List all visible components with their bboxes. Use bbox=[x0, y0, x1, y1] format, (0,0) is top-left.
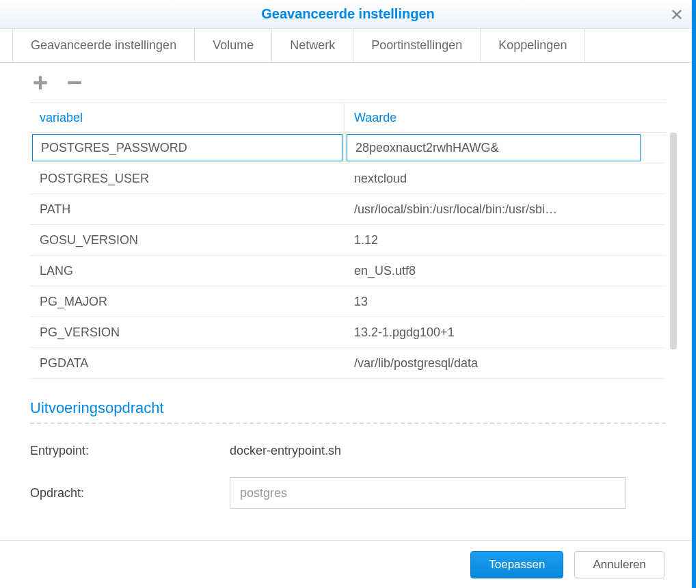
table-row[interactable]: GOSU_VERSION 1.12 bbox=[30, 225, 666, 256]
tab-volume[interactable]: Volume bbox=[195, 29, 272, 62]
entrypoint-row: Entrypoint: docker-entrypoint.sh bbox=[30, 436, 666, 465]
entrypoint-label: Entrypoint: bbox=[30, 444, 230, 458]
tab-advanced-settings[interactable]: Geavanceerde instellingen bbox=[12, 29, 195, 62]
cell-variable: GOSU_VERSION bbox=[30, 233, 345, 248]
table-row[interactable]: PG_VERSION 13.2-1.pgdg100+1 bbox=[30, 317, 666, 348]
tab-label: Geavanceerde instellingen bbox=[31, 38, 176, 53]
tab-bar: Geavanceerde instellingen Volume Netwerk… bbox=[0, 29, 696, 63]
command-row: Opdracht: bbox=[30, 477, 666, 509]
table-row[interactable]: PATH /usr/local/sbin:/usr/local/bin:/usr… bbox=[30, 194, 666, 225]
dialog-title: Geavanceerde instellingen bbox=[261, 6, 434, 22]
tab-label: Netwerk bbox=[290, 38, 335, 53]
env-table: variabel Waarde POSTGRES_PASSWORD 28peox… bbox=[30, 103, 666, 379]
button-label: Annuleren bbox=[593, 558, 646, 572]
tab-links[interactable]: Koppelingen bbox=[481, 29, 585, 62]
tab-label: Volume bbox=[213, 38, 254, 53]
table-header: variabel Waarde bbox=[30, 103, 666, 133]
scrollbar[interactable] bbox=[670, 133, 677, 379]
tab-label: Koppelingen bbox=[498, 38, 567, 53]
cell-variable: PGDATA bbox=[30, 356, 345, 371]
close-icon[interactable]: ✕ bbox=[670, 5, 684, 25]
minus-icon bbox=[66, 74, 83, 92]
cell-variable: LANG bbox=[30, 264, 345, 278]
dialog-footer: Toepassen Annuleren bbox=[0, 540, 692, 588]
section-execution-command: Uitvoeringsopdracht bbox=[30, 399, 666, 417]
cell-value: 13 bbox=[345, 295, 666, 309]
cell-variable: PATH bbox=[30, 202, 345, 217]
cell-value: en_US.utf8 bbox=[345, 264, 666, 278]
cell-variable: PG_VERSION bbox=[30, 325, 345, 340]
remove-button[interactable] bbox=[64, 72, 85, 93]
cell-value[interactable]: 28peoxnauct2rwhHAWG& bbox=[347, 134, 641, 161]
col-header-value[interactable]: Waarde bbox=[345, 103, 666, 132]
cell-variable[interactable]: POSTGRES_PASSWORD bbox=[32, 134, 342, 161]
table-body: POSTGRES_PASSWORD 28peoxnauct2rwhHAWG& P… bbox=[30, 133, 666, 379]
dialog-header: Geavanceerde instellingen ✕ bbox=[0, 0, 696, 29]
col-header-variable[interactable]: variabel bbox=[30, 103, 345, 132]
cancel-button[interactable]: Annuleren bbox=[574, 551, 664, 578]
divider bbox=[30, 423, 666, 424]
add-button[interactable] bbox=[30, 72, 51, 93]
cell-value: /usr/local/sbin:/usr/local/bin:/usr/sbi… bbox=[345, 202, 666, 217]
tab-port-settings[interactable]: Poortinstellingen bbox=[353, 29, 481, 62]
tab-label: Poortinstellingen bbox=[371, 38, 462, 53]
plus-icon bbox=[31, 74, 49, 92]
toolbar bbox=[0, 63, 696, 97]
table-row[interactable]: PGDATA /var/lib/postgresql/data bbox=[30, 348, 666, 379]
window-edge bbox=[692, 0, 696, 588]
command-label: Opdracht: bbox=[30, 486, 230, 500]
cell-value: nextcloud bbox=[345, 172, 666, 186]
apply-button[interactable]: Toepassen bbox=[470, 551, 563, 578]
button-label: Toepassen bbox=[489, 558, 545, 572]
table-row[interactable]: POSTGRES_USER nextcloud bbox=[30, 163, 666, 194]
table-row[interactable]: POSTGRES_PASSWORD 28peoxnauct2rwhHAWG& bbox=[30, 133, 666, 163]
cell-variable: POSTGRES_USER bbox=[30, 172, 345, 186]
scrollbar-thumb[interactable] bbox=[670, 133, 677, 349]
cell-value: 13.2-1.pgdg100+1 bbox=[345, 325, 666, 340]
entrypoint-value: docker-entrypoint.sh bbox=[230, 444, 341, 458]
tab-network[interactable]: Netwerk bbox=[272, 29, 353, 62]
cell-value: /var/lib/postgresql/data bbox=[345, 356, 666, 371]
command-input[interactable] bbox=[230, 477, 626, 509]
table-row[interactable]: LANG en_US.utf8 bbox=[30, 256, 666, 286]
table-row[interactable]: PG_MAJOR 13 bbox=[30, 286, 666, 317]
cell-variable: PG_MAJOR bbox=[30, 295, 345, 309]
cell-value: 1.12 bbox=[345, 233, 666, 248]
